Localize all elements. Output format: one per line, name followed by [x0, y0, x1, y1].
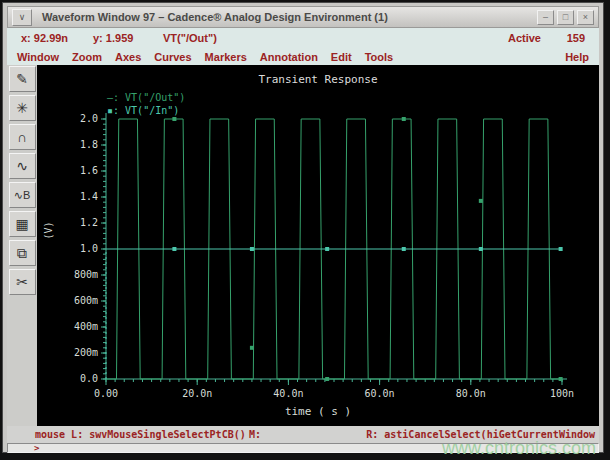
menu-item-edit[interactable]: Edit — [331, 51, 352, 63]
prompt-caret: > — [34, 443, 39, 453]
chevron-down-icon: ∨ — [19, 12, 26, 22]
pan-arc-icon: ∩ — [17, 130, 27, 144]
mouse-middle-binding: M: — [249, 429, 261, 440]
copy-window-icon: ⧉ — [17, 246, 27, 260]
close-icon: × — [583, 13, 588, 22]
strip-chart-button[interactable]: ∿ — [9, 153, 36, 179]
strip-chart-icon: ∿ — [16, 159, 28, 173]
main-area: ✎ ✳ ∩ ∿ ∿B ▦ ⧉ ✂ Trans — [7, 65, 599, 426]
svg-text:60.0n: 60.0n — [365, 388, 395, 399]
menu-item-help[interactable]: Help — [565, 51, 589, 63]
svg-text:0.0: 0.0 — [80, 373, 98, 384]
svg-text:1.6: 1.6 — [80, 165, 98, 176]
svg-text:200m: 200m — [74, 347, 98, 358]
close-button[interactable]: × — [577, 10, 594, 25]
title-bar: ∨ Waveform Window 97 – Cadence® Analog D… — [7, 6, 599, 28]
menu-bar: Window Zoom Axes Curves Markers Annotati… — [7, 48, 599, 65]
window-menu-button[interactable]: ∨ — [12, 9, 32, 26]
menu-item-annotation[interactable]: Annotation — [260, 51, 318, 63]
svg-text:2.0: 2.0 — [80, 113, 98, 124]
menu-item-tools[interactable]: Tools — [365, 51, 394, 63]
zoom-fit-button[interactable]: ✳ — [9, 95, 36, 121]
svg-text:400m: 400m — [74, 321, 98, 332]
menu-item-zoom[interactable]: Zoom — [72, 51, 102, 63]
plot-area: Transient Response –: VT("/Out") ▪: VT("… — [37, 65, 599, 426]
window-title: Waveform Window 97 – Cadence® Analog Des… — [42, 11, 388, 23]
waveform-b-icon: ∿B — [14, 190, 31, 201]
probe-icon: ✎ — [16, 72, 28, 86]
svg-text:1.2: 1.2 — [80, 217, 98, 228]
mouse-left-binding: mouse L: swvMouseSingleSelectPtCB() — [35, 429, 246, 440]
pan-button[interactable]: ∩ — [9, 124, 36, 150]
svg-text:1.4: 1.4 — [80, 191, 98, 202]
cursor-x-readout: x: 92.99n — [21, 32, 68, 44]
svg-text:40.0n: 40.0n — [273, 388, 303, 399]
menu-item-curves[interactable]: Curves — [154, 51, 191, 63]
svg-text:800m: 800m — [74, 269, 98, 280]
menu-item-axes[interactable]: Axes — [115, 51, 141, 63]
active-count: 159 — [567, 32, 585, 44]
cursor-y-readout: y: 1.959 — [93, 32, 133, 44]
minimize-icon: – — [543, 13, 548, 22]
zoom-fit-icon: ✳ — [16, 101, 28, 115]
maximize-button[interactable]: □ — [557, 10, 574, 25]
svg-text:600m: 600m — [74, 295, 98, 306]
calculator-icon: ▦ — [15, 217, 28, 231]
svg-text:80.0n: 80.0n — [456, 388, 486, 399]
waveform-b-button[interactable]: ∿B — [9, 182, 36, 208]
selected-trace-readout: VT("/Out") — [163, 32, 217, 44]
menu-item-window[interactable]: Window — [17, 51, 59, 63]
menu-item-markers[interactable]: Markers — [205, 51, 247, 63]
svg-text:1.8: 1.8 — [80, 139, 98, 150]
waveform-canvas[interactable]: 0.0020.0n40.0n60.0n80.0n100n0.0200m400m6… — [37, 65, 605, 426]
window-controls: – □ × — [537, 10, 594, 25]
svg-text:20.0n: 20.0n — [182, 388, 212, 399]
svg-text:1.0: 1.0 — [80, 243, 98, 254]
minimize-button[interactable]: – — [537, 10, 554, 25]
copy-window-button[interactable]: ⧉ — [9, 240, 36, 266]
info-bar: x: 92.99n y: 1.959 VT("/Out") Active 159 — [7, 28, 599, 49]
svg-text:0.00: 0.00 — [94, 388, 118, 399]
tool-palette: ✎ ✳ ∩ ∿ ∿B ▦ ⧉ ✂ — [7, 65, 37, 426]
cut-window-button[interactable]: ✂ — [9, 269, 36, 295]
calculator-button[interactable]: ▦ — [9, 211, 36, 237]
svg-text:100n: 100n — [550, 388, 574, 399]
active-label: Active — [508, 32, 541, 44]
cut-window-icon: ✂ — [16, 275, 28, 289]
maximize-icon: □ — [563, 13, 568, 22]
watermark: www.cntronics.com — [442, 438, 596, 459]
waveform-window: ∨ Waveform Window 97 – Cadence® Analog D… — [2, 2, 604, 453]
probe-tool-button[interactable]: ✎ — [9, 66, 36, 92]
